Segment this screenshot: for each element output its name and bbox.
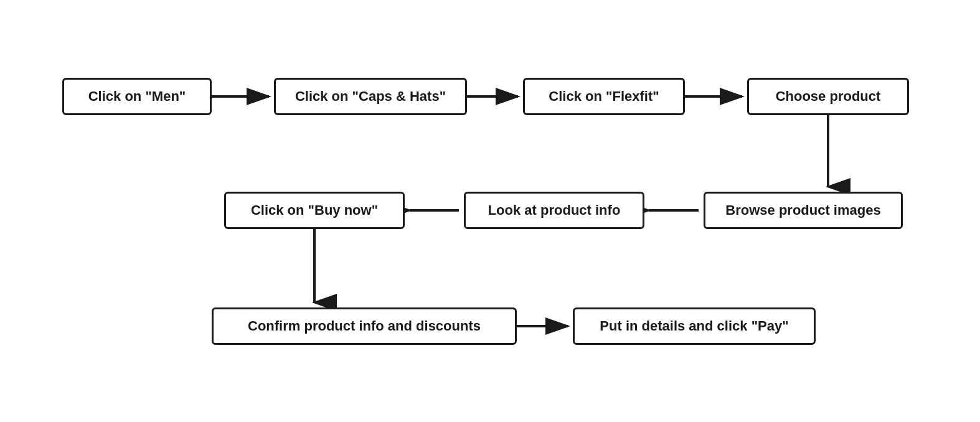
node-choose-product: Choose product (747, 78, 909, 115)
node-click-buy-now-label: Click on "Buy now" (251, 202, 378, 218)
node-click-flexfit-label: Click on "Flexfit" (549, 88, 659, 105)
node-click-flexfit: Click on "Flexfit" (523, 78, 685, 115)
node-put-in-details: Put in details and click "Pay" (573, 307, 816, 345)
node-click-men-label: Click on "Men" (88, 88, 186, 105)
node-put-in-details-label: Put in details and click "Pay" (600, 318, 788, 334)
node-look-product-info: Look at product info (464, 192, 644, 229)
node-browse-images-label: Browse product images (725, 202, 880, 218)
node-click-caps: Click on "Caps & Hats" (274, 78, 467, 115)
node-click-men: Click on "Men" (62, 78, 212, 115)
node-confirm-product: Confirm product info and discounts (212, 307, 517, 345)
node-browse-images: Browse product images (704, 192, 903, 229)
node-click-caps-label: Click on "Caps & Hats" (295, 88, 446, 105)
node-look-product-info-label: Look at product info (488, 202, 621, 218)
node-click-buy-now: Click on "Buy now" (224, 192, 405, 229)
flowchart-diagram: Click on "Men" Click on "Caps & Hats" Cl… (0, 0, 980, 422)
node-choose-product-label: Choose product (776, 88, 881, 105)
node-confirm-product-label: Confirm product info and discounts (248, 318, 481, 334)
